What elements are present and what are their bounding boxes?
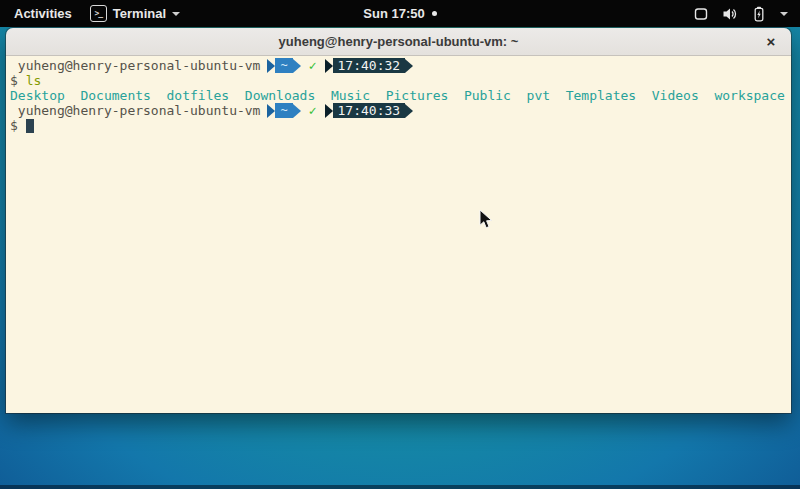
gnome-top-bar: Activities >_ Terminal Sun 17:50 <box>0 0 800 27</box>
terminal-app-icon: >_ <box>90 5 107 22</box>
status-check-icon: ✓ <box>309 58 317 73</box>
powerline-arrow-icon <box>293 104 301 118</box>
time-segment: 17:40:33 <box>333 103 406 118</box>
powerline-arrow-icon <box>405 104 413 118</box>
status-check-icon: ✓ <box>309 103 317 118</box>
shell-prompt: $ <box>10 118 18 133</box>
powerline-segments: ~ ✓ 17:40:33 <box>267 103 413 118</box>
chevron-down-icon <box>172 12 180 16</box>
screen-icon <box>693 6 709 22</box>
powerline-arrow-icon <box>325 59 333 73</box>
ls-output-line: Desktop Documents dotfiles Downloads Mus… <box>10 88 787 103</box>
shell-prompt: $ <box>10 73 18 88</box>
terminal-window: yuheng@henry-personal-ubuntu-vm: ~ × yuh… <box>6 28 791 413</box>
powerline-arrow-icon <box>267 104 275 118</box>
prompt-user: yuheng@henry-personal-ubuntu-vm <box>10 58 260 73</box>
prompt-line: yuheng@henry-personal-ubuntu-vm ~ ✓ 17:4… <box>10 103 787 118</box>
terminal-content[interactable]: yuheng@henry-personal-ubuntu-vm ~ ✓ 17:4… <box>6 56 791 413</box>
prompt-user: yuheng@henry-personal-ubuntu-vm <box>10 103 260 118</box>
volume-icon <box>722 6 738 22</box>
prompt-line: yuheng@henry-personal-ubuntu-vm ~ ✓ 17:4… <box>10 58 787 73</box>
system-status-menu[interactable] <box>693 6 800 22</box>
powerline-arrow-icon <box>293 59 301 73</box>
powerline-arrow-icon <box>325 104 333 118</box>
titlebar[interactable]: yuheng@henry-personal-ubuntu-vm: ~ × <box>6 28 791 56</box>
clock-label: Sun 17:50 <box>363 6 424 21</box>
cwd-segment: ~ <box>275 58 292 73</box>
powerline-arrow-icon <box>405 59 413 73</box>
cwd-segment: ~ <box>275 103 292 118</box>
directory-list: Desktop Documents dotfiles Downloads Mus… <box>10 88 785 103</box>
activities-button[interactable]: Activities <box>10 4 76 23</box>
notification-dot <box>432 11 437 16</box>
command-line: $ ls <box>10 73 787 88</box>
window-title: yuheng@henry-personal-ubuntu-vm: ~ <box>6 34 791 49</box>
chevron-down-icon <box>780 12 788 16</box>
time-segment: 17:40:32 <box>333 58 406 73</box>
text-cursor-block <box>26 119 34 133</box>
battery-charging-icon <box>751 6 767 22</box>
powerline-arrow-icon <box>267 59 275 73</box>
app-menu-label: Terminal <box>113 6 166 21</box>
input-line: $ <box>10 118 787 133</box>
app-menu-terminal[interactable]: >_ Terminal <box>90 5 180 22</box>
close-button[interactable]: × <box>759 28 783 55</box>
command-text: ls <box>26 73 42 88</box>
powerline-segments: ~ ✓ 17:40:32 <box>267 58 413 73</box>
